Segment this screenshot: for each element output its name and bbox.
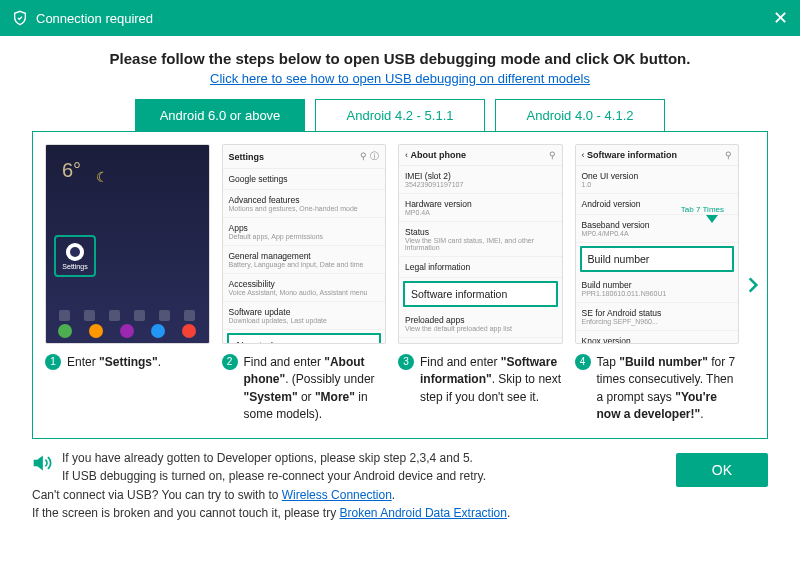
phone-mock-4: ‹ Software information⚲One UI version1.0…: [575, 144, 740, 344]
footer-line2: If USB debugging is turned on, please re…: [62, 467, 768, 486]
footer-line4: If the screen is broken and you cannot t…: [32, 504, 768, 523]
phone-mock-3: ‹ About phone⚲IMEI (slot 2)3542390911971…: [398, 144, 563, 344]
step-number-3: 3: [398, 354, 414, 370]
gear-icon: [66, 243, 84, 261]
phone-mock-2: Settings⚲ ⓘGoogle settingsAdvanced featu…: [222, 144, 387, 344]
step-4: ‹ Software information⚲One UI version1.0…: [575, 144, 740, 424]
settings-tile: Settings: [54, 235, 96, 277]
step-caption-2: 2Find and enter "About phone". (Possibly…: [222, 354, 387, 424]
steps-panel: 6°☾Settings1Enter "Settings".Settings⚲ ⓘ…: [32, 131, 768, 439]
footer-line1: If you have already gotten to Developer …: [62, 449, 768, 468]
step-caption-3: 3Find and enter "Software information". …: [398, 354, 563, 406]
titlebar-title: Connection required: [36, 11, 153, 26]
highlight-2: About phone: [227, 333, 382, 344]
highlight-3: Software information: [403, 281, 558, 307]
step-number-1: 1: [45, 354, 61, 370]
tab-0[interactable]: Android 6.0 or above: [135, 99, 305, 131]
step-3: ‹ About phone⚲IMEI (slot 2)3542390911971…: [398, 144, 563, 424]
step-caption-4: 4Tap "Build number" for 7 times consecut…: [575, 354, 740, 424]
header: Please follow the steps below to open US…: [0, 36, 800, 93]
ok-button[interactable]: OK: [676, 453, 768, 487]
step-1: 6°☾Settings1Enter "Settings".: [45, 144, 210, 424]
step-number-2: 2: [222, 354, 238, 370]
titlebar: Connection required ✕: [0, 0, 800, 36]
help-link[interactable]: Click here to see how to open USB debugg…: [210, 71, 590, 86]
speaker-icon: [32, 453, 52, 473]
wireless-connection-link[interactable]: Wireless Connection: [282, 488, 392, 502]
shield-icon: [12, 10, 28, 26]
close-icon[interactable]: ✕: [773, 7, 788, 29]
next-arrow-icon[interactable]: [743, 271, 763, 299]
step-number-4: 4: [575, 354, 591, 370]
highlight-4: Build number: [580, 246, 735, 272]
tab-1[interactable]: Android 4.2 - 5.1.1: [315, 99, 485, 131]
footer-line3: Can't connect via USB? You can try to sw…: [32, 486, 768, 505]
footer: OK If you have already gotten to Develop…: [0, 439, 800, 531]
tab-2[interactable]: Android 4.0 - 4.1.2: [495, 99, 665, 131]
phone-mock-1: 6°☾Settings: [45, 144, 210, 344]
tabs: Android 6.0 or aboveAndroid 4.2 - 5.1.1A…: [0, 93, 800, 131]
step-caption-1: 1Enter "Settings".: [45, 354, 210, 371]
step-2: Settings⚲ ⓘGoogle settingsAdvanced featu…: [222, 144, 387, 424]
broken-android-link[interactable]: Broken Android Data Extraction: [340, 506, 507, 520]
page-title: Please follow the steps below to open US…: [20, 50, 780, 67]
